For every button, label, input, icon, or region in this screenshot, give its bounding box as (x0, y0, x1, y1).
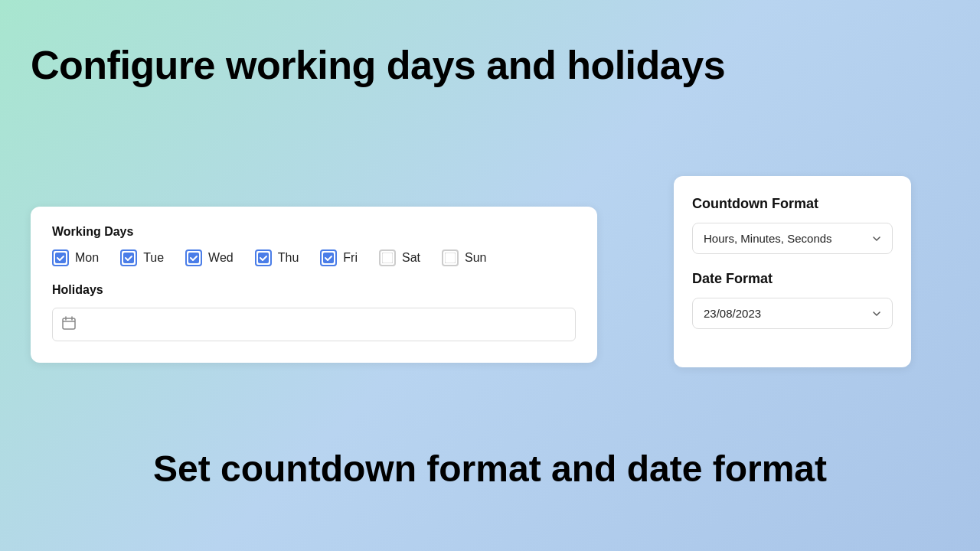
holidays-label: Holidays (52, 283, 576, 297)
svg-rect-6 (445, 253, 456, 263)
day-label-sun: Sun (465, 251, 486, 265)
svg-rect-5 (382, 253, 393, 263)
day-item-mon: Mon (52, 249, 99, 266)
day-item-fri: Fri (320, 249, 358, 266)
countdown-card: Countdown Format Hours, Minutes, Seconds… (674, 176, 911, 367)
working-days-label: Working Days (52, 225, 576, 239)
day-label-tue: Tue (143, 251, 164, 265)
day-item-wed: Wed (185, 249, 234, 266)
checkbox-sun[interactable] (442, 249, 459, 266)
checkbox-wed[interactable] (185, 249, 202, 266)
checkbox-sat[interactable] (379, 249, 396, 266)
days-row: Mon Tue Wed (52, 249, 576, 266)
day-label-fri: Fri (343, 251, 358, 265)
day-label-thu: Thu (278, 251, 299, 265)
checkbox-thu[interactable] (255, 249, 272, 266)
holidays-input[interactable] (52, 308, 576, 341)
countdown-format-select[interactable]: Hours, Minutes, Seconds Days, Hours, Min… (692, 223, 893, 254)
checkbox-fri[interactable] (320, 249, 337, 266)
day-label-sat: Sat (402, 251, 420, 265)
calendar-icon (62, 316, 76, 333)
date-format-label: Date Format (692, 271, 893, 287)
svg-rect-7 (63, 318, 75, 329)
day-item-thu: Thu (255, 249, 299, 266)
day-item-sun: Sun (442, 249, 486, 266)
day-label-mon: Mon (75, 251, 99, 265)
countdown-format-label: Countdown Format (692, 196, 893, 212)
day-item-sat: Sat (379, 249, 420, 266)
day-item-tue: Tue (120, 249, 164, 266)
holidays-section: Holidays (52, 283, 576, 341)
page-title: Configure working days and holidays (31, 42, 725, 88)
bottom-title: Set countdown format and date format (153, 448, 827, 490)
date-format-select[interactable]: 23/08/2023 08/23/2023 2023-08-23 (692, 298, 893, 329)
checkbox-mon[interactable] (52, 249, 69, 266)
day-label-wed: Wed (208, 251, 234, 265)
checkbox-tue[interactable] (120, 249, 137, 266)
working-days-card: Working Days Mon Tue (31, 207, 597, 363)
